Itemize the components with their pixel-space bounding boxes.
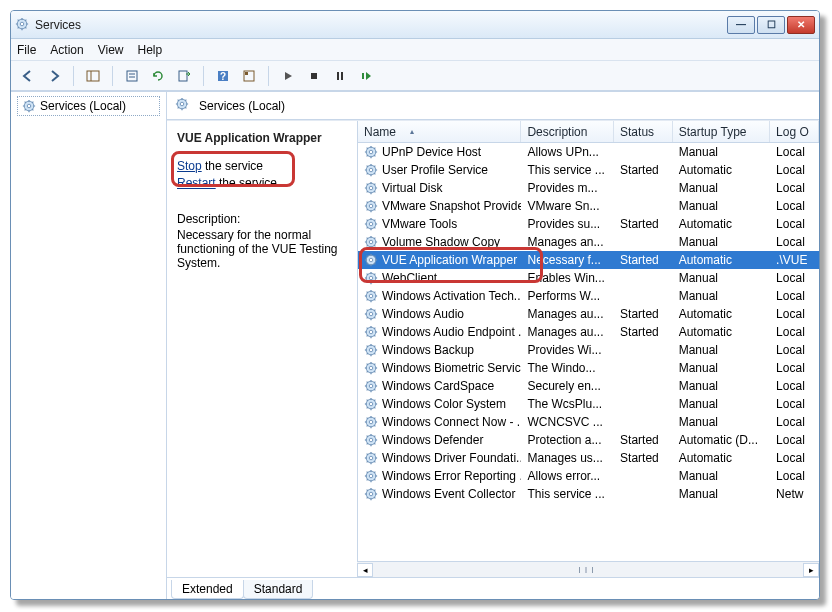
- service-row[interactable]: Windows BackupProvides Wi...ManualLocal: [358, 341, 819, 359]
- service-row[interactable]: Volume Shadow CopyManages an...ManualLoc…: [358, 233, 819, 251]
- menu-file[interactable]: File: [17, 43, 36, 57]
- help-button[interactable]: ?: [212, 65, 234, 87]
- svg-rect-21: [337, 72, 339, 80]
- service-status: Started: [614, 216, 673, 232]
- service-row[interactable]: VMware Snapshot ProviderVMware Sn...Manu…: [358, 197, 819, 215]
- service-status: [614, 151, 673, 153]
- show-hide-button[interactable]: [82, 65, 104, 87]
- service-description: VMware Sn...: [521, 198, 614, 214]
- service-logon: Local: [770, 360, 819, 376]
- service-startup: Manual: [673, 468, 770, 484]
- pause-service-button[interactable]: [329, 65, 351, 87]
- service-row[interactable]: Windows CardSpaceSecurely en...ManualLoc…: [358, 377, 819, 395]
- col-description[interactable]: Description: [521, 121, 614, 142]
- service-row[interactable]: Virtual DiskProvides m...ManualLocal: [358, 179, 819, 197]
- details-button[interactable]: [238, 65, 260, 87]
- console-tree[interactable]: Services (Local): [11, 92, 167, 599]
- service-row[interactable]: UPnP Device HostAllows UPn...ManualLocal: [358, 143, 819, 161]
- export-button[interactable]: [173, 65, 195, 87]
- refresh-button[interactable]: [147, 65, 169, 87]
- close-button[interactable]: ✕: [787, 16, 815, 34]
- service-logon: Local: [770, 450, 819, 466]
- service-name: Windows Connect Now - ...: [382, 415, 521, 429]
- service-name: Windows Color System: [382, 397, 506, 411]
- scroll-right-icon[interactable]: ▸: [803, 563, 819, 577]
- service-startup: Manual: [673, 234, 770, 250]
- service-row[interactable]: VUE Application WrapperNecessary f...Sta…: [358, 251, 819, 269]
- service-description: Securely en...: [521, 378, 614, 394]
- service-row[interactable]: Windows Error Reporting ...Allows error.…: [358, 467, 819, 485]
- service-row[interactable]: VMware ToolsProvides su...StartedAutomat…: [358, 215, 819, 233]
- service-row[interactable]: Windows Biometric ServiceThe Windo...Man…: [358, 359, 819, 377]
- service-row[interactable]: Windows Color SystemThe WcsPlu...ManualL…: [358, 395, 819, 413]
- gear-icon: [364, 325, 378, 339]
- service-startup: Manual: [673, 378, 770, 394]
- titlebar[interactable]: Services — ☐ ✕: [11, 11, 819, 39]
- service-startup: Manual: [673, 198, 770, 214]
- tab-standard[interactable]: Standard: [243, 580, 314, 599]
- menu-help[interactable]: Help: [138, 43, 163, 57]
- col-status[interactable]: Status: [614, 121, 673, 142]
- service-row[interactable]: Windows AudioManages au...StartedAutomat…: [358, 305, 819, 323]
- service-row[interactable]: Windows Connect Now - ...WCNCSVC ...Manu…: [358, 413, 819, 431]
- service-name: VMware Snapshot Provider: [382, 199, 521, 213]
- service-startup: Manual: [673, 486, 770, 502]
- tab-extended[interactable]: Extended: [171, 580, 244, 599]
- gear-icon: [364, 271, 378, 285]
- col-name[interactable]: Name: [358, 121, 521, 142]
- service-description: Allows error...: [521, 468, 614, 484]
- col-log-on-as[interactable]: Log O: [770, 121, 819, 142]
- service-name: Windows Driver Foundati...: [382, 451, 521, 465]
- service-status: Started: [614, 324, 673, 340]
- restart-service-button[interactable]: [355, 65, 377, 87]
- service-startup: Automatic: [673, 450, 770, 466]
- service-logon: Local: [770, 216, 819, 232]
- menu-view[interactable]: View: [98, 43, 124, 57]
- service-logon: Local: [770, 306, 819, 322]
- stop-service-button[interactable]: [303, 65, 325, 87]
- service-row[interactable]: WebClientEnables Win...ManualLocal: [358, 269, 819, 287]
- service-row[interactable]: Windows DefenderProtection a...StartedAu…: [358, 431, 819, 449]
- service-description: WCNCSVC ...: [521, 414, 614, 430]
- gear-icon: [364, 487, 378, 501]
- service-startup: Automatic: [673, 162, 770, 178]
- service-row[interactable]: User Profile ServiceThis service ...Star…: [358, 161, 819, 179]
- service-row[interactable]: Windows Activation Tech...Performs W...M…: [358, 287, 819, 305]
- horizontal-scrollbar[interactable]: ◂ III ▸: [357, 561, 819, 577]
- service-description: Provides su...: [521, 216, 614, 232]
- service-status: Started: [614, 162, 673, 178]
- selected-service-title: VUE Application Wrapper: [177, 131, 347, 145]
- stop-service-link[interactable]: Stop: [177, 159, 202, 173]
- window-title: Services: [35, 18, 727, 32]
- service-row[interactable]: Windows Driver Foundati...Manages us...S…: [358, 449, 819, 467]
- restart-service-link[interactable]: Restart: [177, 176, 216, 190]
- column-headers[interactable]: Name Description Status Startup Type Log…: [357, 121, 819, 143]
- forward-button[interactable]: [43, 65, 65, 87]
- service-name: VMware Tools: [382, 217, 457, 231]
- service-name: Volume Shadow Copy: [382, 235, 500, 249]
- service-description: This service ...: [521, 162, 614, 178]
- scroll-left-icon[interactable]: ◂: [357, 563, 373, 577]
- minimize-button[interactable]: —: [727, 16, 755, 34]
- service-row[interactable]: Windows Audio Endpoint ...Manages au...S…: [358, 323, 819, 341]
- service-description: Provides Wi...: [521, 342, 614, 358]
- properties-button[interactable]: [121, 65, 143, 87]
- service-logon: Local: [770, 324, 819, 340]
- gear-icon: [364, 217, 378, 231]
- service-logon: Local: [770, 180, 819, 196]
- maximize-button[interactable]: ☐: [757, 16, 785, 34]
- service-name: Windows Biometric Service: [382, 361, 521, 375]
- services-list[interactable]: Name Description Status Startup Type Log…: [357, 121, 819, 577]
- start-service-button[interactable]: [277, 65, 299, 87]
- back-button[interactable]: [17, 65, 39, 87]
- svg-rect-22: [341, 72, 343, 80]
- service-status: [614, 367, 673, 369]
- gear-icon: [364, 199, 378, 213]
- service-row[interactable]: Windows Event CollectorThis service ...M…: [358, 485, 819, 503]
- gear-icon: [364, 307, 378, 321]
- menu-action[interactable]: Action: [50, 43, 83, 57]
- service-logon: Local: [770, 270, 819, 286]
- tree-node-services-local[interactable]: Services (Local): [17, 96, 160, 116]
- service-status: Started: [614, 252, 673, 268]
- col-startup-type[interactable]: Startup Type: [673, 121, 770, 142]
